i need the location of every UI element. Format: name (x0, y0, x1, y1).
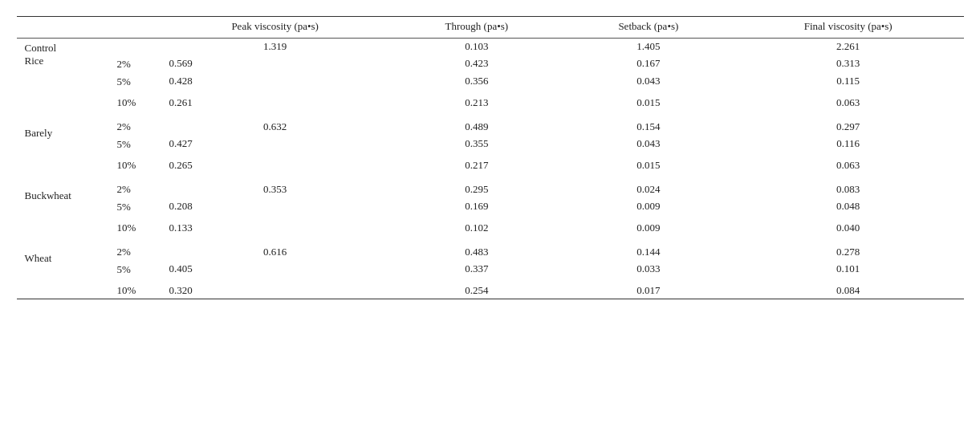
final-viscosity-value: 0.040 (733, 215, 964, 236)
setback-value: 0.167 (564, 55, 733, 72)
peak-viscosity-value: 0.261 (161, 90, 389, 111)
setback-value: 0.154 (564, 119, 733, 135)
peak-viscosity-value: 0.265 (161, 152, 389, 173)
final-viscosity-value: 0.313 (733, 55, 964, 72)
peak-viscosity-value: 0.427 (161, 135, 389, 152)
group-label: Wheat (17, 244, 109, 299)
setback-value: 0.009 (564, 215, 733, 236)
final-viscosity-value: 2.261 (733, 39, 964, 55)
table-row: 5%0.4270.3550.0430.116 (17, 135, 964, 152)
spacer-row (17, 236, 964, 244)
concentration-label: 5% (109, 260, 161, 278)
through-value: 0.483 (389, 244, 564, 260)
concentration-label: 5% (109, 197, 161, 215)
final-viscosity-value: 0.063 (733, 152, 964, 173)
setback-value: 1.405 (564, 39, 733, 55)
final-viscosity-value: 0.048 (733, 197, 964, 215)
peak-viscosity-value: 0.208 (161, 197, 389, 215)
peak-viscosity-value: 0.632 (161, 119, 389, 135)
peak-viscosity-value: 0.405 (161, 260, 389, 278)
table-container: Peak viscosity (pa•s) Through (pa•s) Set… (17, 16, 964, 299)
table-row: 5%0.4280.3560.0430.115 (17, 72, 964, 90)
group-label: Buckwheat (17, 181, 109, 236)
table-row: 5%0.2080.1690.0090.048 (17, 197, 964, 215)
peak-viscosity-value: 0.320 (161, 278, 389, 299)
table-row: 10%0.2650.2170.0150.063 (17, 152, 964, 173)
through-value: 0.102 (389, 215, 564, 236)
peak-viscosity-value: 0.133 (161, 215, 389, 236)
setback-value: 0.043 (564, 135, 733, 152)
data-table: Peak viscosity (pa•s) Through (pa•s) Set… (17, 16, 964, 299)
table-row: 2%0.5690.4230.1670.313 (17, 55, 964, 72)
through-value: 0.254 (389, 278, 564, 299)
col-conc (109, 17, 161, 39)
final-viscosity-value: 0.115 (733, 72, 964, 90)
final-viscosity-value: 0.084 (733, 278, 964, 299)
concentration-label: 10% (109, 278, 161, 299)
setback-value: 0.043 (564, 72, 733, 90)
spacer-row (17, 111, 964, 119)
setback-value: 0.024 (564, 181, 733, 197)
concentration-label: 5% (109, 72, 161, 90)
col-final: Final viscosity (pa•s) (733, 17, 964, 39)
peak-viscosity-value: 0.616 (161, 244, 389, 260)
peak-viscosity-value: 0.353 (161, 181, 389, 197)
final-viscosity-value: 0.116 (733, 135, 964, 152)
through-value: 0.337 (389, 260, 564, 278)
final-viscosity-value: 0.083 (733, 181, 964, 197)
peak-viscosity-value: 0.428 (161, 72, 389, 90)
final-viscosity-value: 0.297 (733, 119, 964, 135)
table-row: Barely2%0.6320.4890.1540.297 (17, 119, 964, 135)
setback-value: 0.144 (564, 244, 733, 260)
table-row: Buckwheat2%0.3530.2950.0240.083 (17, 181, 964, 197)
concentration-label: 10% (109, 215, 161, 236)
peak-viscosity-value: 1.319 (161, 39, 389, 55)
through-value: 0.355 (389, 135, 564, 152)
setback-value: 0.015 (564, 90, 733, 111)
concentration-label: 2% (109, 244, 161, 260)
through-value: 0.489 (389, 119, 564, 135)
header-row: Peak viscosity (pa•s) Through (pa•s) Set… (17, 17, 964, 39)
through-value: 0.295 (389, 181, 564, 197)
final-viscosity-value: 0.101 (733, 260, 964, 278)
final-viscosity-value: 0.278 (733, 244, 964, 260)
concentration-label: 10% (109, 90, 161, 111)
through-value: 0.103 (389, 39, 564, 55)
concentration-label: 2% (109, 119, 161, 135)
concentration-label (109, 39, 161, 55)
spacer-row (17, 173, 964, 181)
concentration-label: 2% (109, 55, 161, 72)
col-peak: Peak viscosity (pa•s) (161, 17, 389, 39)
setback-value: 0.015 (564, 152, 733, 173)
setback-value: 0.017 (564, 278, 733, 299)
through-value: 0.217 (389, 152, 564, 173)
table-row: Wheat2%0.6160.4830.1440.278 (17, 244, 964, 260)
concentration-label: 5% (109, 135, 161, 152)
concentration-label: 10% (109, 152, 161, 173)
col-group (17, 17, 109, 39)
table-row: 10%0.1330.1020.0090.040 (17, 215, 964, 236)
group-label: Barely (17, 119, 109, 173)
setback-value: 0.033 (564, 260, 733, 278)
table-row: ControlRice1.3190.1031.4052.261 (17, 39, 964, 55)
through-value: 0.423 (389, 55, 564, 72)
table-row: 10%0.2610.2130.0150.063 (17, 90, 964, 111)
col-through: Through (pa•s) (389, 17, 564, 39)
table-row: 5%0.4050.3370.0330.101 (17, 260, 964, 278)
col-setback: Setback (pa•s) (564, 17, 733, 39)
final-viscosity-value: 0.063 (733, 90, 964, 111)
peak-viscosity-value: 0.569 (161, 55, 389, 72)
group-label: ControlRice (17, 39, 109, 112)
through-value: 0.169 (389, 197, 564, 215)
through-value: 0.213 (389, 90, 564, 111)
setback-value: 0.009 (564, 197, 733, 215)
table-row: 10%0.3200.2540.0170.084 (17, 278, 964, 299)
concentration-label: 2% (109, 181, 161, 197)
through-value: 0.356 (389, 72, 564, 90)
